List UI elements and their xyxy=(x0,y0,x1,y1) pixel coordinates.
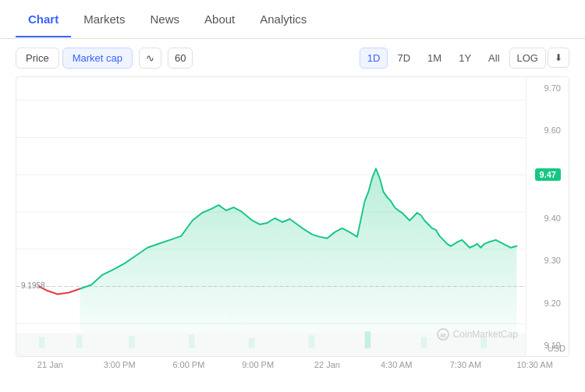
current-price-badge: 9.47 xyxy=(535,168,561,181)
price-chart: 9.70 9.60 9.47 9.40 9.30 9.20 9.10 9.195… xyxy=(16,76,569,357)
x-label-0: 21 Jan xyxy=(16,360,85,369)
svg-rect-13 xyxy=(249,337,255,348)
market-cap-button[interactable]: Market cap xyxy=(62,48,133,69)
tab-bar: Chart Markets News About Analytics xyxy=(0,0,585,39)
time-1d[interactable]: 1D xyxy=(360,48,388,69)
svg-rect-15 xyxy=(365,331,371,348)
x-label-6: 7:30 AM xyxy=(431,360,501,369)
candle-button[interactable]: 60 xyxy=(168,48,193,69)
y-axis: 9.70 9.60 9.47 9.40 9.30 9.20 9.10 xyxy=(526,77,569,356)
x-label-4: 22 Jan xyxy=(292,360,362,369)
tab-chart[interactable]: Chart xyxy=(16,2,71,37)
chart-svg xyxy=(16,77,526,356)
watermark-text: CoinMarketCap xyxy=(453,329,518,340)
watermark: M CoinMarketCap xyxy=(437,328,518,341)
svg-rect-9 xyxy=(39,337,45,348)
x-label-7: 10:30 AM xyxy=(500,360,569,369)
time-range-group: 1D 7D 1M 1Y All LOG ⬇ xyxy=(360,48,569,69)
currency-label: USD xyxy=(548,344,566,353)
y-label-950: 9.47 xyxy=(526,168,566,181)
x-label-2: 6:00 PM xyxy=(154,360,224,369)
price-button[interactable]: Price xyxy=(16,48,59,69)
y-label-940: 9.40 xyxy=(526,214,566,223)
y-label-970: 9.70 xyxy=(526,83,566,93)
tab-markets[interactable]: Markets xyxy=(71,2,137,37)
svg-rect-14 xyxy=(309,335,315,348)
y-label-920: 9.20 xyxy=(526,298,566,308)
time-1m[interactable]: 1M xyxy=(420,48,449,69)
coinmarketcap-logo-icon: M xyxy=(437,328,449,341)
x-label-1: 3:00 PM xyxy=(85,360,154,369)
svg-rect-11 xyxy=(129,336,135,348)
svg-text:M: M xyxy=(440,332,445,339)
trend-line-button[interactable]: ∿ xyxy=(139,48,161,69)
chart-toolbar: Price Market cap ∿ 60 1D 7D 1M 1Y All LO… xyxy=(0,39,585,76)
y-label-930: 9.30 xyxy=(526,256,566,265)
svg-rect-10 xyxy=(76,335,83,348)
tab-analytics[interactable]: Analytics xyxy=(247,2,319,37)
price-type-group: Price Market cap xyxy=(16,48,133,69)
x-axis: 21 Jan 3:00 PM 6:00 PM 9:00 PM 22 Jan 4:… xyxy=(0,357,585,369)
x-label-3: 9:00 PM xyxy=(223,360,292,369)
start-price-label: 9.1958 xyxy=(21,281,45,290)
x-label-5: 4:30 AM xyxy=(362,360,431,369)
time-1y[interactable]: 1Y xyxy=(451,48,479,69)
time-7d[interactable]: 7D xyxy=(389,48,418,69)
download-button[interactable]: ⬇ xyxy=(548,48,569,68)
svg-rect-12 xyxy=(189,334,195,348)
time-all[interactable]: All xyxy=(480,48,507,69)
tab-news[interactable]: News xyxy=(138,2,193,37)
svg-rect-16 xyxy=(421,337,427,348)
tab-about[interactable]: About xyxy=(192,2,247,37)
y-label-960: 9.60 xyxy=(526,125,566,135)
log-button[interactable]: LOG xyxy=(509,48,546,69)
